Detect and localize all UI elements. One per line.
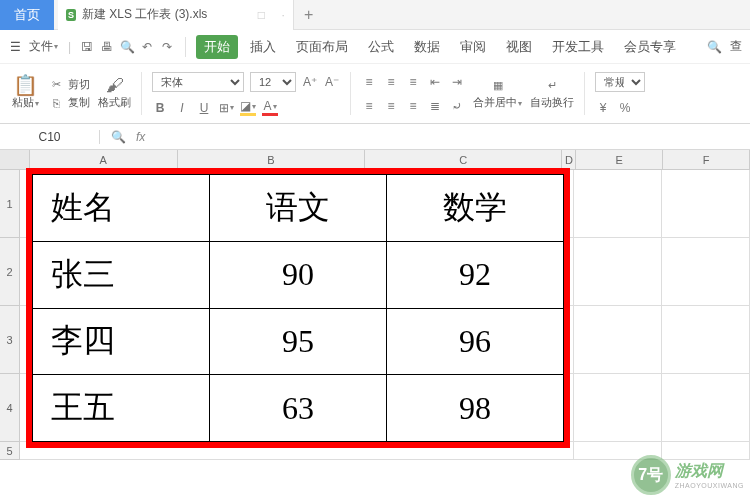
file-menu[interactable]: 文件▾ <box>27 34 60 59</box>
wrap-text-button[interactable]: ↵ 自动换行 <box>526 68 578 119</box>
merge-icon: ▦ <box>490 77 506 93</box>
hamburger-icon[interactable]: ☰ <box>8 36 23 58</box>
file-name: 新建 XLS 工作表 (3).xls <box>82 6 207 23</box>
watermark-badge: 7号 <box>631 455 671 495</box>
copy-icon: ⎘ <box>48 95 64 111</box>
align-top-icon[interactable]: ≡ <box>361 74 377 90</box>
paste-button[interactable]: 📋 粘贴▾ <box>6 68 44 119</box>
bold-icon[interactable]: B <box>152 100 168 116</box>
formula-bar: C10 🔍 fx <box>0 124 750 150</box>
title-tabs: 首页 S 新建 XLS 工作表 (3).xls □ · + <box>0 0 750 30</box>
data-cell[interactable]: 90 <box>210 241 387 308</box>
col-header[interactable]: A <box>30 150 178 169</box>
table-header-row: 姓名 语文 数学 <box>33 175 564 242</box>
col-header[interactable]: D <box>562 150 576 169</box>
format-painter-button[interactable]: 🖌 格式刷 <box>94 68 135 119</box>
font-name-select[interactable]: 宋体 <box>152 72 244 92</box>
column-headers: A B C D E F <box>0 150 750 170</box>
header-cell[interactable]: 姓名 <box>33 175 210 242</box>
menu-data[interactable]: 数据 <box>406 34 448 60</box>
spreadsheet-grid[interactable]: A B C D E F 1 2 3 4 5 姓名 语文 <box>0 150 750 460</box>
redo-icon[interactable]: ↷ <box>159 39 175 55</box>
data-cell[interactable]: 王五 <box>33 375 210 442</box>
data-cell[interactable]: 李四 <box>33 308 210 375</box>
select-all-corner[interactable] <box>0 150 30 169</box>
header-cell[interactable]: 数学 <box>387 175 564 242</box>
search-label[interactable]: 查 <box>730 38 742 55</box>
menu-layout[interactable]: 页面布局 <box>288 34 356 60</box>
header-cell[interactable]: 语文 <box>210 175 387 242</box>
tab-menu-icon[interactable]: □ <box>253 7 269 23</box>
ribbon-toolbar: 📋 粘贴▾ ✂剪切 ⎘复制 🖌 格式刷 宋体 12 A⁺ A⁻ B I U ⊞▾ <box>0 64 750 124</box>
menu-formula[interactable]: 公式 <box>360 34 402 60</box>
row-header[interactable]: 5 <box>0 442 20 460</box>
fx-label[interactable]: fx <box>136 130 145 144</box>
table-row: 王五 63 98 <box>33 375 564 442</box>
menu-vip[interactable]: 会员专享 <box>616 34 684 60</box>
table-row: 李四 95 96 <box>33 308 564 375</box>
data-cell[interactable]: 张三 <box>33 241 210 308</box>
grow-font-icon[interactable]: A⁺ <box>302 74 318 90</box>
undo-icon[interactable]: ↶ <box>139 39 155 55</box>
watermark: 7号 游戏网 ZHAOYOUXIWANG <box>631 455 744 495</box>
border-icon[interactable]: ⊞▾ <box>218 100 234 116</box>
preview-icon[interactable]: 🔍 <box>119 39 135 55</box>
cells-area[interactable]: 姓名 语文 数学 张三 90 92 李四 95 96 <box>20 170 750 460</box>
currency-icon[interactable]: ¥ <box>595 100 611 116</box>
align-center-icon[interactable]: ≡ <box>383 98 399 114</box>
align-right-icon[interactable]: ≡ <box>405 98 421 114</box>
watermark-text: 游戏网 <box>675 461 744 482</box>
orientation-icon[interactable]: ⤾ <box>449 98 465 114</box>
italic-icon[interactable]: I <box>174 100 190 116</box>
align-bottom-icon[interactable]: ≡ <box>405 74 421 90</box>
search-icon[interactable]: 🔍 <box>706 39 722 55</box>
name-box[interactable]: C10 <box>0 130 100 144</box>
wrap-icon: ↵ <box>544 77 560 93</box>
row-header[interactable]: 4 <box>0 374 20 442</box>
col-header[interactable]: C <box>365 150 562 169</box>
underline-icon[interactable]: U <box>196 100 212 116</box>
file-tab[interactable]: S 新建 XLS 工作表 (3).xls □ · <box>58 0 294 30</box>
number-format-select[interactable]: 常规 <box>595 72 645 92</box>
row-header[interactable]: 2 <box>0 238 20 306</box>
percent-icon[interactable]: % <box>617 100 633 116</box>
menu-view[interactable]: 视图 <box>498 34 540 60</box>
shrink-font-icon[interactable]: A⁻ <box>324 74 340 90</box>
data-cell[interactable]: 96 <box>387 308 564 375</box>
font-color-icon[interactable]: A▾ <box>262 100 278 116</box>
print-icon[interactable]: 🖶 <box>99 39 115 55</box>
home-tab[interactable]: 首页 <box>0 0 54 30</box>
indent-right-icon[interactable]: ⇥ <box>449 74 465 90</box>
row-header[interactable]: 1 <box>0 170 20 238</box>
align-middle-icon[interactable]: ≡ <box>383 74 399 90</box>
zoom-fx-icon[interactable]: 🔍 <box>110 129 126 145</box>
highlighted-table: 姓名 语文 数学 张三 90 92 李四 95 96 <box>26 168 570 448</box>
col-header[interactable]: B <box>178 150 365 169</box>
indent-left-icon[interactable]: ⇤ <box>427 74 443 90</box>
copy-button[interactable]: ⎘复制 <box>48 95 90 111</box>
menu-start[interactable]: 开始 <box>196 35 238 59</box>
col-header[interactable]: E <box>576 150 663 169</box>
cut-button[interactable]: ✂剪切 <box>48 77 90 93</box>
menu-review[interactable]: 审阅 <box>452 34 494 60</box>
align-left-icon[interactable]: ≡ <box>361 98 377 114</box>
data-cell[interactable]: 95 <box>210 308 387 375</box>
menu-insert[interactable]: 插入 <box>242 34 284 60</box>
row-headers: 1 2 3 4 5 <box>0 170 20 460</box>
col-header[interactable]: F <box>663 150 750 169</box>
data-cell[interactable]: 92 <box>387 241 564 308</box>
row-header[interactable]: 3 <box>0 306 20 374</box>
new-tab-button[interactable]: + <box>294 6 324 24</box>
brush-icon: 🖌 <box>107 77 123 93</box>
data-cell[interactable]: 98 <box>387 375 564 442</box>
watermark-sub: ZHAOYOUXIWANG <box>675 482 744 489</box>
save-icon[interactable]: 🖫 <box>79 39 95 55</box>
menu-dev[interactable]: 开发工具 <box>544 34 612 60</box>
font-size-select[interactable]: 12 <box>250 72 296 92</box>
justify-icon[interactable]: ≣ <box>427 98 443 114</box>
fill-color-icon[interactable]: ◪▾ <box>240 100 256 116</box>
xls-icon: S <box>66 9 76 21</box>
merge-center-button[interactable]: ▦ 合并居中▾ <box>469 68 526 119</box>
data-cell[interactable]: 63 <box>210 375 387 442</box>
scissors-icon: ✂ <box>48 77 64 93</box>
